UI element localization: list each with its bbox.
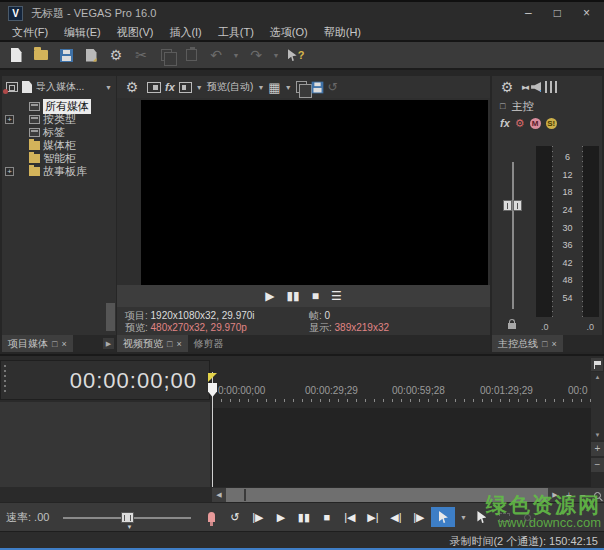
close-button[interactable]: ×: [583, 6, 590, 20]
restore-icon[interactable]: □: [167, 339, 172, 349]
undo-dropdown[interactable]: ▼: [230, 45, 242, 66]
paste-button[interactable]: [180, 45, 202, 66]
previous-frame-button[interactable]: ◀|: [385, 507, 406, 527]
normal-edit-tool-button[interactable]: [431, 507, 455, 527]
lock-icon[interactable]: [508, 323, 516, 329]
close-icon[interactable]: ×: [551, 339, 556, 349]
close-icon[interactable]: ×: [61, 339, 66, 349]
redo-button[interactable]: ↷: [245, 45, 267, 66]
scroll-down-icon[interactable]: ▼: [595, 430, 601, 440]
copy-snapshot-icon[interactable]: [296, 81, 307, 93]
tab-project-media[interactable]: 项目媒体 □ ×: [2, 335, 73, 352]
timeline-ruler[interactable]: 0:00:00;00 00:00:29;29 00:00:59;28 00:01…: [212, 356, 591, 408]
redo-dropdown[interactable]: ▼: [270, 45, 282, 66]
edit-tool-dropdown[interactable]: ▼: [457, 507, 469, 527]
menu-help[interactable]: 帮助(H): [316, 25, 369, 40]
rate-slider[interactable]: ▼: [63, 503, 191, 532]
tab-video-preview[interactable]: 视频预览 □ ×: [117, 335, 188, 352]
new-project-button[interactable]: [5, 45, 27, 66]
speaker-icon[interactable]: ▼: [531, 82, 541, 92]
close-icon[interactable]: ×: [176, 339, 181, 349]
chevron-down-icon[interactable]: ▼: [285, 84, 292, 91]
vertical-scrollbar[interactable]: ▲ ▼: [591, 372, 604, 440]
stop-button[interactable]: ■: [316, 507, 337, 527]
zoom-tool-button[interactable]: [590, 488, 604, 502]
scroll-up-icon[interactable]: ▲: [595, 372, 601, 382]
menu-file[interactable]: 文件(F): [4, 25, 56, 40]
selection-edit-tool-button[interactable]: [494, 507, 515, 527]
go-to-end-button[interactable]: ▶|: [362, 507, 383, 527]
menu-view[interactable]: 视图(V): [109, 25, 162, 40]
save-button[interactable]: [55, 45, 77, 66]
dock-pin-icon[interactable]: [6, 82, 18, 92]
mixer-settings-button[interactable]: ⚙: [496, 77, 518, 98]
marker-tool-button[interactable]: [591, 358, 603, 371]
expand-icon[interactable]: +: [5, 115, 14, 124]
video-output-fx-icon[interactable]: fx: [165, 81, 175, 93]
time-display-box[interactable]: 00:00:00;00: [0, 360, 210, 400]
stop-icon[interactable]: ■: [312, 289, 319, 303]
menu-insert[interactable]: 插入(I): [161, 25, 209, 40]
play-from-start-button[interactable]: |▶: [247, 507, 268, 527]
chevron-down-icon[interactable]: ▼: [105, 84, 112, 91]
chevron-down-icon[interactable]: ▼: [257, 84, 264, 91]
import-media-button[interactable]: 导入媒体...: [36, 80, 101, 94]
hscroll-thumb[interactable]: [226, 488, 548, 502]
project-properties-icon[interactable]: [147, 82, 161, 93]
preview-menu-icon[interactable]: ☰: [331, 289, 342, 303]
interactive-tutorials-button[interactable]: ?: [285, 45, 307, 66]
tree-item-storyboards[interactable]: + 故事板库: [2, 165, 116, 178]
save-snapshot-icon[interactable]: [311, 81, 323, 93]
cut-button[interactable]: ✂: [130, 45, 152, 66]
play-button[interactable]: ▶: [270, 507, 291, 527]
insert-bus-icon[interactable]: ▸◂: [522, 82, 527, 92]
maximize-button[interactable]: □: [554, 6, 561, 20]
preview-quality-button[interactable]: 预览(自动): [207, 80, 254, 94]
restore-icon[interactable]: □: [52, 339, 57, 349]
bus-fx-icon[interactable]: fx: [500, 117, 510, 129]
timeline-zoom-out-button[interactable]: −: [576, 488, 590, 502]
envelope-edit-tool-button[interactable]: [471, 507, 492, 527]
undo-button[interactable]: ↶: [205, 45, 227, 66]
zoom-edit-tool-button[interactable]: [517, 507, 538, 527]
preview-settings-button[interactable]: ⚙: [121, 77, 143, 98]
scroll-left-icon[interactable]: ◀: [212, 488, 226, 502]
record-button[interactable]: [201, 507, 222, 527]
next-frame-button[interactable]: |▶: [408, 507, 429, 527]
automation-icon[interactable]: ⚙: [515, 117, 525, 130]
mixer-console-icon[interactable]: [545, 81, 558, 93]
expand-icon[interactable]: +: [5, 167, 14, 176]
tab-trimmer[interactable]: 修剪器: [188, 335, 230, 352]
chevron-down-icon[interactable]: ▼: [196, 84, 203, 91]
volume-fader-handle[interactable]: [503, 200, 522, 211]
render-as-button[interactable]: [80, 45, 102, 66]
overlay-grid-icon[interactable]: ▦: [268, 80, 280, 95]
copy-button[interactable]: [155, 45, 177, 66]
menu-options[interactable]: 选项(O): [262, 25, 316, 40]
track-zoom-in-button[interactable]: +: [591, 442, 604, 456]
mute-icon[interactable]: M: [530, 118, 541, 129]
rate-slider-handle[interactable]: [121, 512, 134, 523]
restore-icon[interactable]: □: [542, 339, 547, 349]
open-button[interactable]: [30, 45, 52, 66]
track-lanes[interactable]: [212, 408, 591, 487]
menu-edit[interactable]: 编辑(E): [56, 25, 109, 40]
loop-playback-button[interactable]: ↺: [224, 507, 245, 527]
timeline-zoom-in-button[interactable]: +: [562, 488, 576, 502]
minimize-button[interactable]: –: [525, 6, 532, 20]
external-monitor-icon[interactable]: [179, 82, 192, 93]
play-icon[interactable]: ▶: [265, 289, 274, 303]
horizontal-scrollbar[interactable]: ◀ ▶ + −: [212, 488, 604, 502]
scroll-right-button[interactable]: ▶: [103, 338, 114, 349]
go-to-start-button[interactable]: |◀: [339, 507, 360, 527]
pause-icon[interactable]: ▮▮: [287, 289, 300, 303]
properties-button[interactable]: ⚙: [105, 45, 127, 66]
track-zoom-out-button[interactable]: −: [591, 458, 604, 472]
pause-button[interactable]: ▮▮: [293, 507, 314, 527]
solo-icon[interactable]: S!: [546, 118, 557, 129]
menu-tools[interactable]: 工具(T): [210, 25, 262, 40]
media-scrollbar-thumb[interactable]: [106, 303, 115, 331]
tab-master-bus[interactable]: 主控总线 □ ×: [492, 335, 563, 352]
scroll-right-icon[interactable]: ▶: [548, 488, 562, 502]
sync-icon[interactable]: ↺: [328, 80, 338, 94]
